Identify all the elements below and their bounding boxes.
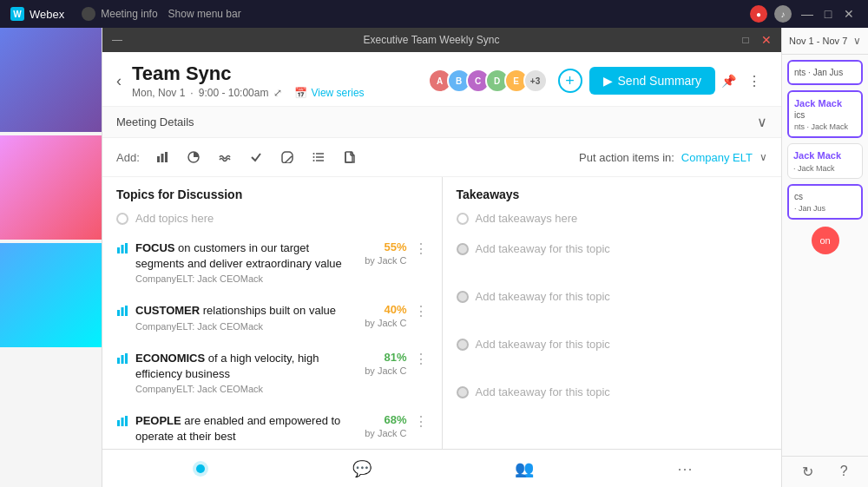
card-1-text: nts · Jan Jus — [794, 67, 856, 78]
external-link-icon[interactable]: ⤢ — [273, 87, 282, 99]
sidebar-thumb-img-1 — [0, 28, 102, 132]
right-sidebar-card-1[interactable]: nts · Jan Jus — [787, 60, 863, 85]
topic-right-2: 40% by Jack C — [355, 303, 407, 328]
back-button[interactable]: ‹ — [116, 72, 122, 90]
topic-row-1: FOCUS on customers in our target segment… — [116, 240, 428, 284]
takeaway-placeholder-2[interactable]: Add takeaway for this topic — [476, 290, 610, 303]
takeaway-placeholder-4[interactable]: Add takeaway for this topic — [476, 385, 610, 398]
sidebar-thumb-3[interactable] — [0, 243, 102, 347]
sidebar-thumb-2[interactable] — [0, 135, 102, 240]
svg-rect-0 — [157, 156, 160, 162]
meeting-date-row: Mon, Nov 1 · 9:00 - 10:00am ⤢ 📅 View ser… — [132, 87, 428, 99]
right-sidebar-help-icon[interactable]: ? — [840, 464, 848, 480]
topics-panel: Topics for Discussion Add topics here FO… — [102, 177, 443, 451]
avatar-more: +3 — [523, 69, 548, 93]
svg-point-8 — [312, 156, 314, 158]
takeaway-row-4: Add takeaway for this topic — [457, 385, 768, 398]
svg-rect-21 — [125, 353, 128, 364]
calendar-icon: 📅 — [294, 87, 307, 99]
taskbar-close-btn[interactable]: ✕ — [840, 5, 858, 23]
bottom-nav-chat-icon[interactable]: 💬 — [352, 459, 372, 478]
collapse-button[interactable]: ∨ — [757, 114, 767, 130]
card-3-label: Jack Mack — [793, 149, 857, 161]
bottom-nav-more-icon[interactable]: ⋯ — [677, 459, 693, 478]
topic-meta-2: CompanyELT: Jack CEOMack — [135, 321, 348, 332]
company-elt-dropdown-icon[interactable]: ∨ — [760, 151, 767, 163]
toolbar-paperclip-btn[interactable] — [275, 145, 299, 169]
topic-item-1: FOCUS on customers in our target segment… — [116, 235, 428, 289]
toolbar-file-btn[interactable] — [338, 145, 362, 169]
topic-content-2: CUSTOMER relationships built on value Co… — [135, 303, 348, 331]
right-sidebar-chevron-icon[interactable]: ∨ — [853, 35, 861, 47]
add-topic-placeholder[interactable]: Add topics here — [135, 212, 214, 225]
svg-rect-19 — [117, 358, 120, 364]
view-series-link[interactable]: 📅 View series — [294, 87, 364, 99]
bottom-nav-webex-icon[interactable] — [192, 460, 209, 477]
taskbar: W Webex Meeting info Show menu bar ● ♪ —… — [0, 0, 868, 28]
right-sidebar-date: Nov 1 - Nov 7 — [789, 36, 847, 46]
pin-button[interactable]: 📌 — [715, 68, 741, 94]
add-takeaway-placeholder[interactable]: Add takeaways here — [476, 212, 578, 225]
topic-content-4: PEOPLE are enabled and empowered to oper… — [135, 413, 348, 444]
takeaway-row-2: Add takeaway for this topic — [457, 290, 768, 303]
svg-point-7 — [312, 153, 314, 155]
notification-badge[interactable]: on — [812, 227, 839, 254]
takeaway-placeholder-3[interactable]: Add takeaway for this topic — [476, 338, 610, 351]
topic-more-btn-2[interactable]: ⋮ — [414, 303, 428, 319]
taskbar-webex: W Webex — [10, 7, 64, 21]
takeaways-panel: Takeaways Add takeaways here Add takeawa… — [443, 177, 782, 451]
window-restore-btn[interactable]: □ — [738, 32, 753, 48]
card-2-text: ics — [794, 109, 856, 121]
right-sidebar-refresh-icon[interactable]: ↻ — [802, 464, 813, 479]
topic-text-4: PEOPLE are enabled and empowered to oper… — [135, 413, 348, 444]
meeting-dot: · — [190, 87, 193, 99]
topic-more-btn-1[interactable]: ⋮ — [414, 240, 428, 257]
taskbar-maximize-btn[interactable]: □ — [819, 5, 837, 23]
file-icon — [344, 151, 356, 163]
window-close-btn[interactable]: ✕ — [759, 32, 774, 48]
action-items-label: Put action items in: — [579, 151, 674, 164]
topic-item-2: CUSTOMER relationships built on value Co… — [116, 298, 428, 336]
topic-more-btn-3[interactable]: ⋮ — [414, 351, 428, 367]
toolbar-pie-chart-btn[interactable] — [181, 145, 206, 169]
topic-content-3: ECONOMICS of a high velocity, high effic… — [135, 351, 348, 394]
bar-chart-icon — [156, 151, 168, 163]
right-sidebar-card-2[interactable]: Jack Mack ics nts · Jack Mack — [787, 90, 863, 138]
window-minimize-btn[interactable]: — — [109, 32, 125, 48]
takeaway-placeholder-1[interactable]: Add takeaway for this topic — [476, 242, 610, 255]
svg-rect-15 — [125, 243, 128, 253]
bottom-nav-people-icon[interactable]: 👥 — [515, 459, 534, 478]
taskbar-minimize-btn[interactable]: — — [799, 5, 816, 23]
takeaway-radio-1 — [457, 243, 469, 255]
add-avatar-button[interactable]: + — [558, 69, 582, 93]
taskbar-meeting-info[interactable]: Meeting info — [82, 7, 157, 21]
topic-more-btn-4[interactable]: ⋮ — [414, 413, 428, 430]
content-area: Topics for Discussion Add topics here FO… — [102, 177, 781, 451]
right-sidebar-card-3[interactable]: Jack Mack · Jack Mack — [787, 143, 863, 178]
meeting-title-area: Team Sync Mon, Nov 1 · 9:00 - 10:00am ⤢ … — [132, 63, 428, 99]
toolbar-check-btn[interactable] — [244, 145, 268, 169]
toolbar-list-btn[interactable] — [306, 145, 331, 169]
toolbar-bar-chart-btn[interactable] — [150, 145, 174, 169]
topic-right-3: 81% by Jack C — [355, 351, 407, 376]
meeting-icon — [82, 7, 95, 21]
svg-rect-24 — [125, 416, 128, 426]
svg-rect-13 — [117, 247, 120, 253]
taskbar-show-menu[interactable]: Show menu bar — [168, 8, 241, 20]
svg-rect-20 — [122, 355, 124, 364]
taskbar-meeting-label: Meeting info — [101, 8, 157, 20]
sidebar-thumb-1[interactable] — [0, 28, 102, 132]
paperclip-icon — [281, 151, 293, 163]
takeaway-radio-4 — [457, 386, 469, 398]
more-options-button[interactable]: ⋮ — [741, 68, 767, 94]
right-sidebar-card-4[interactable]: cs · Jan Jus — [787, 184, 863, 220]
topic-row-3: ECONOMICS of a high velocity, high effic… — [116, 351, 428, 394]
svg-rect-16 — [117, 310, 120, 316]
webex-icon: W — [10, 7, 24, 21]
send-summary-button[interactable]: ▶ Send Summary — [589, 67, 715, 95]
toolbar-waves-btn[interactable] — [213, 145, 237, 169]
toolbar-right: Put action items in: Company ELT ∨ — [579, 151, 767, 164]
takeaway-radio-3 — [457, 339, 469, 351]
company-elt-link[interactable]: Company ELT — [681, 151, 753, 164]
svg-rect-22 — [117, 420, 120, 426]
